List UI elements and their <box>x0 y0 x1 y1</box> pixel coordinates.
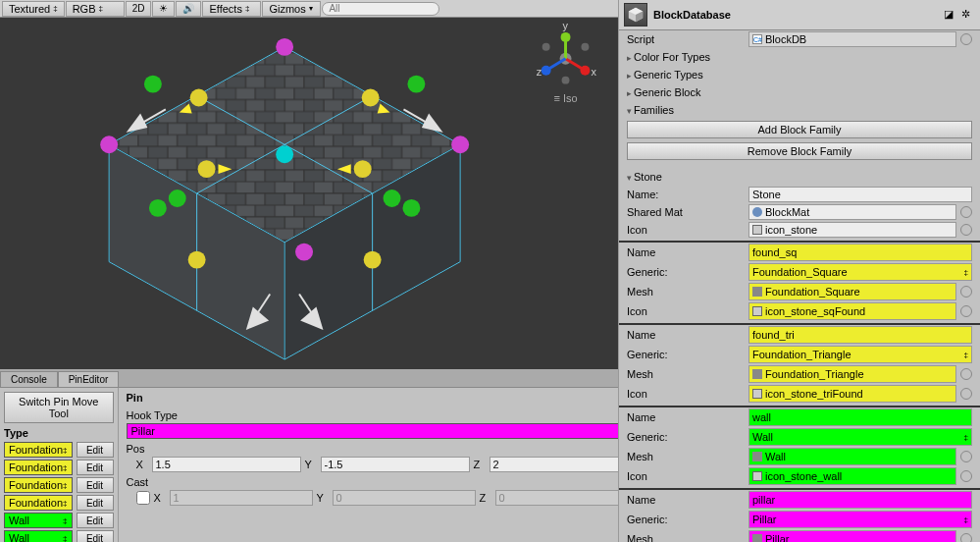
object-picker-icon[interactable] <box>960 533 972 542</box>
block-prop-field[interactable]: pillar <box>748 491 972 509</box>
cast-y-input <box>333 490 476 506</box>
gizmos-dropdown[interactable]: Gizmos▾ <box>262 1 321 17</box>
pos-z-input[interactable] <box>490 457 639 472</box>
generic-types-foldout[interactable]: Generic Types <box>627 69 745 81</box>
tab-console[interactable]: Console <box>0 371 58 387</box>
svg-point-36 <box>402 199 420 217</box>
script-field[interactable]: C#BlockDB <box>748 31 956 47</box>
shared-mat-field[interactable]: BlockMat <box>748 204 956 220</box>
shading-mode-dropdown[interactable]: Textured‡ <box>2 1 65 17</box>
svg-point-22 <box>100 136 118 153</box>
object-picker-icon[interactable] <box>960 470 972 482</box>
block-prop-label: Icon <box>627 388 745 400</box>
svg-point-47 <box>542 66 551 76</box>
svg-point-29 <box>362 89 380 107</box>
stone-foldout[interactable]: Stone <box>627 171 745 183</box>
svg-point-49 <box>542 43 550 51</box>
render-channel-dropdown[interactable]: RGB‡ <box>66 1 125 17</box>
block-prop-field[interactable]: icon_stone_sqFound <box>748 302 956 320</box>
scene-toolbar: Textured‡ RGB‡ 2D ☀ 🔊 Effects‡ Gizmos▾ <box>0 0 618 18</box>
icon-picker-icon[interactable] <box>960 224 972 236</box>
block-prop-field[interactable]: Wall <box>748 448 956 465</box>
inspector-title: BlockDatabase <box>653 9 938 21</box>
bottom-tab-bar: Console PinEditor <box>0 369 618 387</box>
block-prop-field[interactable]: icon_stone_triFound <box>748 385 956 403</box>
icon-label: Icon <box>627 224 745 236</box>
2d-toggle[interactable]: 2D <box>126 1 152 17</box>
script-picker-icon[interactable] <box>960 33 972 45</box>
svg-marker-15 <box>423 115 440 131</box>
object-picker-icon[interactable] <box>960 305 972 317</box>
edit-button[interactable]: Edit <box>77 477 114 493</box>
tab-pineditor[interactable]: PinEditor <box>58 371 120 387</box>
edit-button[interactable]: Edit <box>77 495 114 511</box>
audio-toggle[interactable]: 🔊 <box>176 1 201 17</box>
block-prop-label: Generic: <box>627 431 745 443</box>
cast-checkbox[interactable] <box>136 490 150 506</box>
type-header: Type <box>4 427 114 439</box>
effects-dropdown[interactable]: Effects‡ <box>202 1 261 17</box>
block-prop-label: Mesh <box>627 451 745 462</box>
block-prop-label: Mesh <box>627 368 745 380</box>
object-picker-icon[interactable] <box>960 286 972 298</box>
object-picker-icon[interactable] <box>960 451 972 462</box>
name-field[interactable]: Stone <box>748 187 972 202</box>
block-prop-field[interactable]: Pillar <box>748 530 956 542</box>
block-prop-field[interactable]: found_sq <box>748 244 972 261</box>
svg-point-21 <box>451 136 469 153</box>
svg-point-40 <box>407 76 425 93</box>
mesh-icon <box>752 452 762 461</box>
svg-point-25 <box>198 160 216 178</box>
generic-block-foldout[interactable]: Generic Block <box>627 86 745 98</box>
object-picker-icon[interactable] <box>960 368 972 380</box>
families-foldout[interactable]: Families <box>627 104 745 116</box>
icon-field[interactable]: icon_stone <box>748 222 956 238</box>
type-dropdown[interactable]: Wall‡ <box>4 530 73 542</box>
lighting-toggle[interactable]: ☀ <box>152 1 175 17</box>
edit-button[interactable]: Edit <box>77 530 114 542</box>
svg-point-31 <box>190 89 208 107</box>
type-dropdown[interactable]: Foundation‡ <box>4 460 73 475</box>
block-prop-field[interactable]: icon_stone_wall <box>748 467 956 485</box>
add-block-family-button[interactable]: Add Block Family <box>627 121 972 138</box>
svg-text:y: y <box>563 20 569 31</box>
svg-point-34 <box>364 251 382 269</box>
type-dropdown[interactable]: Wall‡ <box>4 513 73 528</box>
block-prop-field[interactable]: Foundation_Square‡ <box>748 263 972 281</box>
block-prop-field[interactable]: wall <box>748 408 972 426</box>
edit-button[interactable]: Edit <box>77 460 114 475</box>
shared-mat-picker-icon[interactable] <box>960 206 972 218</box>
block-prop-field[interactable]: Pillar‡ <box>748 511 972 528</box>
remove-block-family-button[interactable]: Remove Block Family <box>627 142 972 160</box>
type-dropdown[interactable]: Foundation‡ <box>4 477 73 493</box>
color-for-types-foldout[interactable]: Color For Types <box>627 51 745 63</box>
shared-mat-label: Shared Mat <box>627 206 745 218</box>
block-prop-field[interactable]: Foundation_Square <box>748 283 956 300</box>
svg-point-33 <box>188 251 206 269</box>
pin-section-title: Pin <box>127 392 639 404</box>
type-dropdown[interactable]: Foundation‡ <box>4 442 73 458</box>
object-picker-icon[interactable] <box>960 388 972 400</box>
sprite-icon <box>752 389 762 399</box>
svg-point-48 <box>581 43 589 51</box>
svg-point-45 <box>561 32 571 42</box>
help-icon[interactable]: ◪ <box>944 8 957 22</box>
block-prop-field[interactable]: Foundation_Triangle‡ <box>748 346 972 363</box>
pos-y-input[interactable] <box>321 457 470 472</box>
scene-search-input[interactable] <box>322 2 439 16</box>
block-prop-field[interactable]: found_tri <box>748 326 972 344</box>
block-prop-field[interactable]: Foundation_Triangle <box>748 365 956 383</box>
edit-button[interactable]: Edit <box>77 442 114 458</box>
cast-z-label: Z <box>480 492 491 504</box>
block-prop-field[interactable]: Wall‡ <box>748 428 972 446</box>
pos-z-label: Z <box>474 459 486 470</box>
scene-viewport[interactable]: x y z ≡ Iso <box>0 18 618 369</box>
hook-type-dropdown[interactable]: Pillar‡ <box>127 423 639 439</box>
type-dropdown[interactable]: Foundation‡ <box>4 495 73 511</box>
edit-button[interactable]: Edit <box>77 513 114 528</box>
switch-pin-move-tool-button[interactable]: Switch Pin Move Tool <box>4 392 114 423</box>
gear-icon[interactable]: ✲ <box>961 8 975 22</box>
pos-x-input[interactable] <box>152 457 301 472</box>
svg-point-50 <box>562 77 570 84</box>
block-prop-label: Generic: <box>627 266 745 278</box>
